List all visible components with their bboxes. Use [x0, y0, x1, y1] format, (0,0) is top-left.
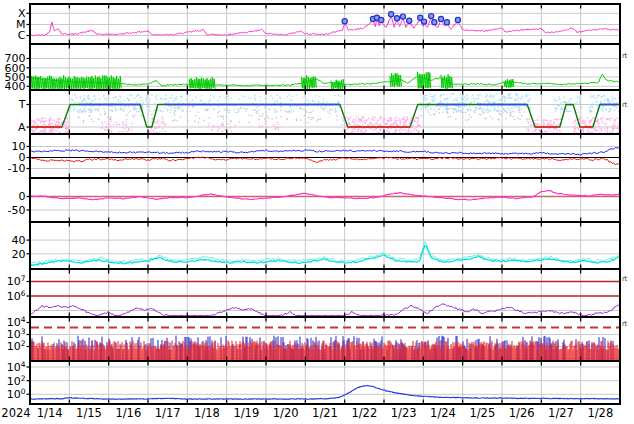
scatter-dot: [538, 129, 539, 130]
scatter-dot: [213, 108, 214, 109]
scatter-dot: [72, 99, 73, 100]
scatter-dot: [451, 93, 452, 94]
date-label: 1/28: [587, 406, 613, 420]
scatter-dot: [384, 118, 385, 119]
scatter-dot: [174, 97, 175, 98]
scatter-dot: [612, 97, 613, 98]
scatter-dot: [78, 117, 79, 118]
scatter-dot: [443, 94, 444, 95]
scatter-dot: [387, 121, 388, 122]
scatter-dot: [218, 116, 219, 117]
scatter-dot: [499, 100, 500, 101]
scatter-dot: [379, 125, 380, 126]
scatter-dot: [362, 118, 363, 119]
scatter-dot: [116, 109, 117, 110]
scatter-dot: [164, 125, 165, 126]
scatter-dot: [307, 99, 308, 100]
scatter-dot: [116, 122, 117, 123]
scatter-dot: [599, 126, 600, 127]
scatter-dot: [417, 116, 418, 117]
scatter-dot: [212, 129, 213, 130]
scatter-dot: [418, 125, 419, 126]
scatter-dot: [170, 97, 171, 98]
scatter-dot: [175, 110, 176, 111]
scatter-dot: [450, 107, 451, 108]
scatter-dot: [67, 122, 68, 123]
scatter-dot: [560, 102, 561, 103]
scatter-dot: [287, 111, 288, 112]
scatter-dot: [34, 120, 35, 121]
scatter-dot: [128, 106, 129, 107]
scatter-dot: [195, 97, 196, 98]
scatter-dot: [368, 118, 369, 119]
scatter-dot: [56, 130, 57, 131]
scatter-dot: [323, 108, 324, 109]
scatter-dot: [196, 115, 197, 116]
scatter-dot: [200, 100, 201, 101]
scatter-dot: [49, 120, 50, 121]
scatter-dot: [559, 105, 560, 106]
scatter-dot: [510, 98, 511, 99]
scatter-dot: [439, 112, 440, 113]
scatter-dot: [569, 111, 570, 112]
scatter-dot: [509, 110, 510, 111]
scatter-dot: [275, 129, 276, 130]
scatter-dot: [396, 125, 397, 126]
scatter-dot: [97, 108, 98, 109]
scatter-dot: [594, 97, 595, 98]
scatter-dot: [167, 110, 168, 111]
scatter-dot: [308, 112, 309, 113]
scatter-dot: [464, 97, 465, 98]
scatter-dot: [194, 121, 195, 122]
scatter-dot: [58, 120, 59, 121]
scatter-dot: [209, 106, 210, 107]
scatter-dot: [544, 123, 545, 124]
scatter-dot: [257, 113, 258, 114]
scatter-dot: [366, 120, 367, 121]
scatter-dot: [245, 108, 246, 109]
scatter-dot: [371, 125, 372, 126]
scatter-dot: [491, 94, 492, 95]
scatter-dot: [208, 125, 209, 126]
scatter-dot: [568, 100, 569, 101]
scatter-dot: [570, 111, 571, 112]
scatter-dot: [213, 126, 214, 127]
scatter-dot: [231, 131, 232, 132]
scatter-dot: [463, 95, 464, 96]
scatter-dot: [172, 97, 173, 98]
scatter-dot: [525, 106, 526, 107]
scatter-dot: [561, 108, 562, 109]
scatter-dot: [551, 131, 552, 132]
scatter-dot: [121, 109, 122, 110]
scatter-dot: [50, 123, 51, 124]
scatter-dot: [208, 108, 209, 109]
scatter-dot: [134, 106, 135, 107]
scatter-dot: [208, 101, 209, 102]
scatter-dot: [390, 128, 391, 129]
scatter-dot: [383, 120, 384, 121]
scatter-dot: [377, 121, 378, 122]
scatter-dot: [614, 119, 615, 120]
scatter-dot: [304, 115, 305, 116]
scatter-dot: [268, 109, 269, 110]
scatter-dot: [375, 117, 376, 118]
scatter-dot: [54, 128, 55, 129]
scatter-dot: [237, 112, 238, 113]
scatter-dot: [152, 118, 153, 119]
scatter-dot: [436, 111, 437, 112]
scatter-dot: [590, 125, 591, 126]
scatter-dot: [339, 106, 340, 107]
scatter-dot: [529, 98, 530, 99]
scatter-dot: [348, 119, 349, 120]
scatter-dot: [86, 102, 87, 103]
scatter-dot: [336, 110, 337, 111]
scatter-dot: [71, 98, 72, 99]
scatter-dot: [42, 124, 43, 125]
scatter-dot: [494, 108, 495, 109]
scatter-dot: [516, 94, 517, 95]
scatter-dot: [413, 130, 414, 131]
flare-marker: [394, 16, 399, 21]
scatter-dot: [120, 107, 121, 108]
scatter-dot: [173, 107, 174, 108]
scatter-dot: [50, 129, 51, 130]
